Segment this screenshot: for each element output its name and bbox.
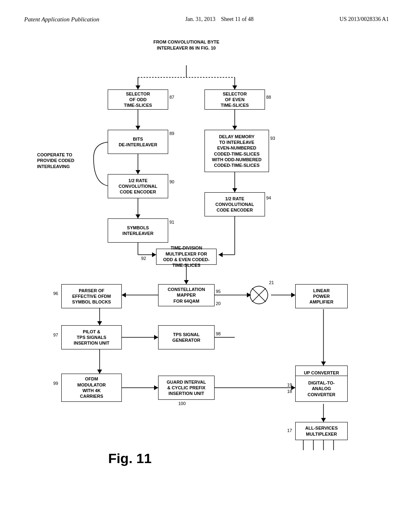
all-services-mux-box: ALL-SERVICESMULTIPLEXER (295, 422, 348, 440)
pilot-tps-box: PILOT &TPS SIGNALSINSERTION UNIT (61, 325, 122, 349)
svg-marker-34 (97, 321, 102, 325)
fig-label: Fig. 11 (108, 451, 152, 466)
svg-marker-15 (136, 214, 140, 218)
num-100: 100 (178, 401, 186, 406)
svg-marker-3 (136, 85, 140, 89)
svg-marker-24 (184, 280, 189, 284)
bits-deinterleaver-box: BITSDE-INTERLEAVER (108, 130, 168, 154)
header-sheet: Sheet 11 of 48 (221, 16, 254, 22)
tdm-box: TIME-DIVISION MULTIPLEXER FORODD & EVEN … (156, 249, 217, 265)
svg-marker-26 (122, 293, 126, 297)
num-19: 19 (287, 382, 292, 387)
num-92: 92 (141, 256, 146, 261)
svg-marker-19 (152, 252, 156, 257)
svg-marker-36 (154, 335, 158, 340)
num-94: 94 (266, 195, 271, 200)
page: Patent Application Publication Jan. 31, … (0, 0, 413, 532)
num-90: 90 (169, 179, 174, 184)
num-88: 88 (266, 95, 271, 100)
svg-marker-39 (97, 370, 102, 374)
num-87: 87 (169, 95, 174, 100)
dac-box: DIGITAL-TO-ANALOGCONVERTER (295, 376, 348, 402)
header-date: Jan. 31, 2013 (185, 16, 215, 22)
tps-generator-box: TPS SIGNALGENERATOR (158, 325, 215, 349)
svg-marker-32 (321, 362, 326, 366)
num-17: 17 (287, 428, 292, 433)
num-89: 89 (169, 131, 174, 136)
cooperate-label: COOPERATE TOPROVIDE CODEDINTERLEAVING (37, 152, 94, 169)
delay-memory-box: DELAY MEMORYTO INTERLEAVEEVEN-NUMBEREDCO… (204, 130, 269, 172)
ofdm-modulator-box: OFDMMODULATORWITH 4KCARRIERS (61, 374, 122, 402)
parser-box: PARSER OFEFFECTIVE OFDMSYMBOL BLOCKS (61, 284, 122, 308)
symbols-interleaver-box: SYMBOLSINTERLEAVER (108, 218, 168, 243)
constellation-box: CONSTELLATIONMAPPERFOR 64QAM (158, 284, 215, 306)
header-center: Jan. 31, 2013 Sheet 11 of 48 (185, 16, 253, 23)
svg-marker-41 (154, 385, 158, 390)
header-right: US 2013/0028336 A1 (340, 16, 389, 23)
num-91: 91 (169, 220, 174, 224)
num-99: 99 (53, 381, 58, 386)
svg-marker-9 (232, 126, 237, 130)
num-93: 93 (270, 136, 275, 141)
encoder-90-box: 1/2 RATECONVOLUTIONALCODE ENCODER (108, 174, 168, 198)
num-95: 95 (216, 289, 221, 294)
source-label: SELECTOR OF ODD TIME-SLICES FROM CONVOLU… (146, 39, 227, 52)
svg-marker-22 (219, 252, 223, 257)
svg-marker-5 (232, 85, 237, 89)
svg-marker-7 (136, 126, 140, 130)
num-96: 96 (53, 291, 58, 296)
num-98: 98 (216, 331, 221, 336)
header-left: Patent Application Publication (24, 16, 99, 23)
selector-even-box: SELECTOROF EVENTIME-SLICES (204, 89, 265, 110)
svg-marker-13 (232, 188, 237, 192)
diagram-area: SELECTOR OF ODD TIME-SLICES FROM CONVOLU… (29, 35, 384, 470)
svg-marker-45 (321, 418, 326, 422)
encoder-94-box: 1/2 RATECONVOLUTIONALCODE ENCODER (204, 192, 265, 216)
num-97: 97 (53, 332, 58, 337)
selector-odd-box: SELECTOROF ODDTIME-SLICES (108, 89, 168, 110)
svg-marker-30 (291, 293, 295, 297)
num-21: 21 (269, 280, 274, 285)
svg-marker-11 (136, 170, 140, 174)
guard-interval-box: GUARD INTERVAL& CYCLIC PREFIXINSERTION U… (158, 376, 215, 400)
num-18: 18 (287, 389, 292, 394)
num-20: 20 (216, 301, 221, 306)
header: Patent Application Publication Jan. 31, … (24, 16, 389, 23)
linear-power-box: LINEARPOWERAMPLIFIER (295, 284, 348, 308)
